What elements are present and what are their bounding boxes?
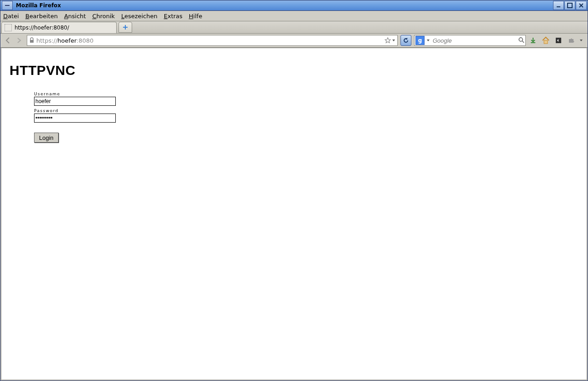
login-button[interactable]: Login [34,133,59,143]
new-tab-button[interactable] [119,22,132,33]
window-titlebar[interactable]: Mozilla Firefox [0,0,588,11]
svg-rect-2 [568,3,572,8]
home-icon[interactable] [541,36,550,45]
username-label: Username [34,92,116,96]
search-input[interactable] [432,37,516,45]
browser-window: Mozilla Firefox Datei Bearbeiten Ansicht… [0,0,588,381]
tab-label: https://hoefer:8080/ [15,25,69,31]
system-menu-button[interactable] [2,1,13,10]
toolbar-right-icons [529,36,585,45]
forward-button[interactable] [14,35,24,45]
close-button[interactable] [576,1,587,10]
menu-datei[interactable]: Datei [3,13,19,20]
password-field[interactable] [34,114,116,123]
reload-button[interactable] [400,35,411,46]
window-title: Mozilla Firefox [14,2,553,9]
search-bar[interactable]: g [414,35,526,46]
search-engine-icon[interactable]: g [415,36,425,45]
menu-chronik[interactable]: Chronik [92,13,115,20]
address-bar[interactable]: https://hoefer:8080 [27,35,398,46]
addon-square-icon[interactable] [554,36,563,45]
svg-point-8 [519,38,523,41]
menu-bearbeiten[interactable]: Bearbeiten [25,13,58,20]
svg-rect-10 [531,42,535,43]
page-body: HTTPVNC Username Password Login [1,48,587,151]
svg-line-9 [522,41,524,43]
page-content-area: HTTPVNC Username Password Login [1,48,587,380]
page-heading: HTTPVNC [10,63,578,78]
svg-rect-7 [30,40,34,43]
minimize-button[interactable] [553,1,564,10]
menu-extras[interactable]: Extras [164,13,183,20]
svg-rect-6 [123,27,128,28]
menu-bar: Datei Bearbeiten Ansicht Chronik Lesezei… [0,11,588,21]
back-button[interactable] [3,35,13,45]
svg-rect-0 [5,5,10,6]
menu-ansicht[interactable]: Ansicht [64,13,86,20]
menu-hilfe[interactable]: Hilfe [189,13,203,20]
password-label: Password [34,109,116,113]
svg-rect-11 [544,40,548,44]
tab-strip: https://hoefer:8080/ [0,21,588,34]
maximize-button[interactable] [564,1,575,10]
downloads-icon[interactable] [529,36,538,45]
window-controls [553,1,587,10]
username-field[interactable] [34,97,116,106]
lock-icon [29,37,35,44]
favicon-placeholder-icon [5,24,12,31]
browser-tab[interactable]: https://hoefer:8080/ [1,22,117,33]
menu-lesezeichen[interactable]: Lesezeichen [121,13,158,20]
search-go-icon[interactable] [518,37,524,45]
url-text: https://hoefer:8080 [36,37,383,44]
navigation-toolbar: https://hoefer:8080 g [0,34,588,48]
svg-rect-1 [557,6,560,7]
addon-puzzle-icon[interactable] [567,36,576,45]
login-form: Username Password Login [34,92,116,143]
bookmark-star-button[interactable] [385,37,395,44]
toolbar-overflow-icon[interactable] [579,39,583,42]
search-engine-dropdown-icon[interactable] [426,39,430,42]
